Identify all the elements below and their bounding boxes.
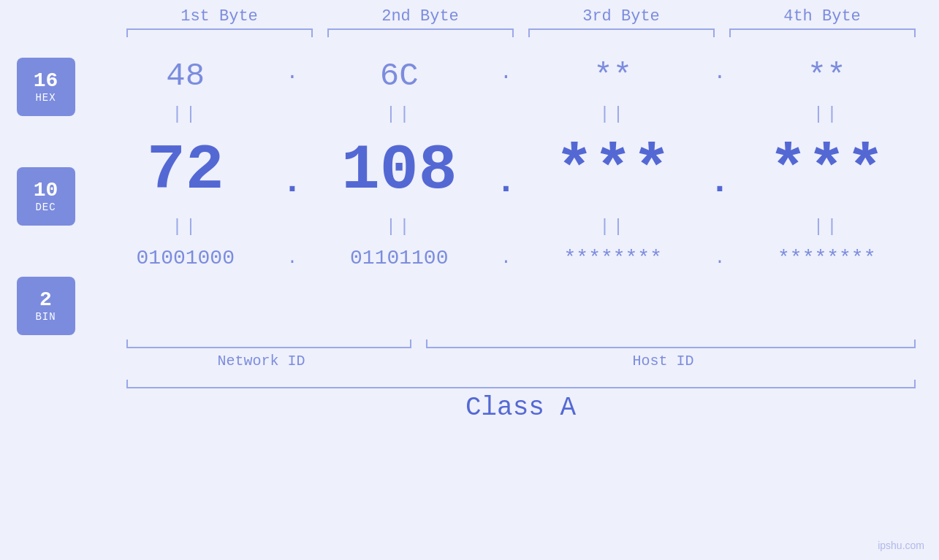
network-bracket [126,340,411,348]
host-id-label: Host ID [404,353,923,369]
rows-container: 48 . 6C . ** . ** || || || || 72 [90,43,923,277]
byte-header-2: 2nd Byte [320,7,521,26]
badge-hex: 16 HEX [17,58,75,116]
bin-dot-2: . [495,248,517,268]
hex-val-3: ** [517,43,710,101]
eq-2-4: || [731,214,923,239]
class-label-row: Class A [119,393,923,423]
byte-header-3: 3rd Byte [521,7,722,26]
badge-hex-label: HEX [35,92,56,104]
byte-header-1: 1st Byte [119,7,320,26]
main-content: 16 HEX 10 DEC 2 BIN 48 . 6C . ** . ** [17,43,923,335]
dec-row: 72 . 108 . *** . *** [90,127,923,214]
bracket-1 [126,28,313,37]
badge-bin: 2 BIN [17,277,75,335]
bin-val-2: 01101100 [303,239,495,277]
equals-row-1: || || || || [90,101,923,127]
eq-2-2: || [303,214,495,239]
hex-row: 48 . 6C . ** . ** [90,43,923,101]
bracket-3 [528,28,715,37]
labels-row: Network ID Host ID [119,353,923,369]
class-bracket [126,380,916,388]
bin-val-3: ******** [517,239,710,277]
bin-dot-1: . [281,248,303,268]
hex-val-4: ** [731,43,923,101]
badges-column: 16 HEX 10 DEC 2 BIN [17,43,75,335]
eq-1-4: || [731,101,923,127]
main-container: 1st Byte 2nd Byte 3rd Byte 4th Byte 16 H… [0,0,939,560]
badge-hex-number: 16 [34,70,58,93]
watermark: ipshu.com [878,540,924,551]
badge-dec: 10 DEC [17,167,75,226]
bin-val-4: ******** [731,239,923,277]
badge-bin-number: 2 [39,289,52,312]
dec-val-1: 72 [90,127,282,214]
eq-2-1: || [90,214,282,239]
dec-val-2: 108 [303,127,495,214]
bracket-4 [729,28,916,37]
eq-1-3: || [517,101,710,127]
byte-headers: 1st Byte 2nd Byte 3rd Byte 4th Byte [119,7,923,26]
hex-dot-1: . [281,61,303,84]
dec-dot-3: . [709,140,731,202]
hex-dot-2: . [495,61,517,84]
byte-header-4: 4th Byte [722,7,923,26]
bottom-brackets [119,340,923,348]
dec-val-3: *** [517,127,710,214]
class-bracket-row [119,380,923,388]
eq-1-2: || [303,101,495,127]
network-id-label: Network ID [119,353,404,369]
top-brackets [119,28,923,37]
bin-dot-3: . [709,248,731,268]
bin-row: 01001000 . 01101100 . ******** . *******… [90,239,923,277]
eq-1-1: || [90,101,282,127]
class-a-label: Class A [465,393,576,423]
hex-dot-3: . [709,61,731,84]
bin-val-1: 01001000 [90,239,282,277]
bracket-2 [327,28,514,37]
badge-bin-label: BIN [35,311,56,323]
hex-val-1: 48 [90,43,282,101]
dec-dot-2: . [495,140,517,202]
dec-val-4: *** [731,127,923,214]
hex-val-2: 6C [303,43,495,101]
equals-row-2: || || || || [90,214,923,239]
eq-2-3: || [517,214,710,239]
host-bracket [426,340,916,348]
badge-dec-number: 10 [34,180,58,202]
dec-dot-1: . [281,140,303,202]
badge-dec-label: DEC [35,202,56,213]
